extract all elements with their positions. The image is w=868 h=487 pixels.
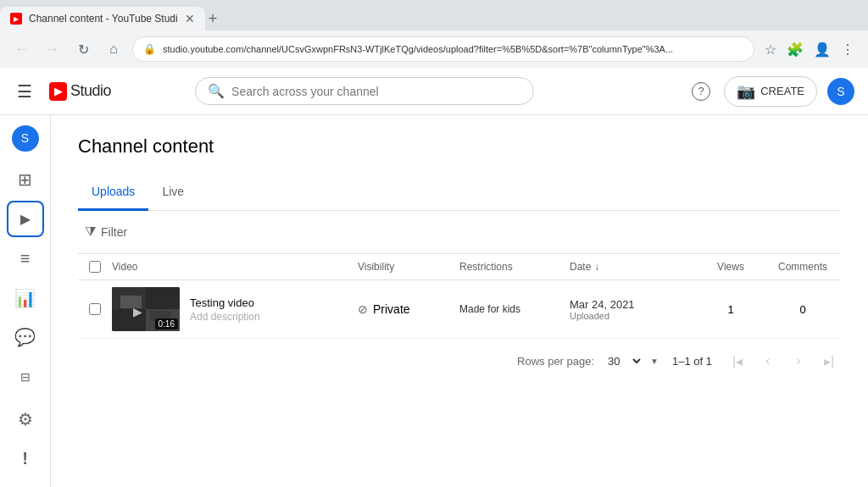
bookmark-button[interactable]: ☆	[761, 38, 780, 61]
more-menu-button[interactable]: ⋮	[837, 38, 858, 61]
rows-per-page-select[interactable]: 30 50 100	[601, 352, 643, 370]
content-area: Channel content Uploads Live ⧩ Filter	[51, 115, 868, 487]
browser-tab[interactable]: Channel content - YouTube Studi ✕	[0, 7, 205, 30]
comments-cell: 0	[765, 303, 841, 316]
restrictions-cell: Made for kids	[459, 303, 570, 315]
video-info: Testing video Add description	[190, 296, 260, 323]
dashboard-icon: ⊞	[18, 169, 32, 190]
first-page-button[interactable]: |◂	[726, 349, 749, 373]
sidebar-item-comments[interactable]: 💬	[7, 319, 44, 356]
reload-button[interactable]: ↻	[71, 37, 95, 61]
tabs: Uploads Live	[78, 174, 841, 211]
col-header-restrictions: Restrictions	[459, 261, 570, 273]
help-icon: ?	[692, 82, 710, 101]
next-page-icon: ›	[796, 353, 800, 368]
svg-text:▶: ▶	[133, 305, 142, 318]
col-header-video: Video	[112, 261, 358, 273]
sidebar-item-settings[interactable]: ⚙	[7, 401, 44, 438]
video-cell: ▶ 0:16 Testing video Add description	[112, 287, 358, 331]
extensions-button[interactable]: 🧩	[783, 38, 807, 61]
top-nav: ☰ ▶ Studio 🔍 ? 📷 CREATE S	[0, 68, 868, 115]
search-input[interactable]	[231, 85, 521, 98]
tab-close-button[interactable]: ✕	[185, 12, 195, 25]
rows-per-page-label: Rows per page:	[517, 355, 594, 368]
page-info: 1–1 of 1	[672, 355, 712, 368]
pagination: Rows per page: 30 50 100 ▼ 1–1 of 1 |◂ ‹	[78, 339, 841, 383]
table-row: ▶ 0:16 Testing video Add description ⊘ P…	[78, 280, 841, 339]
create-button[interactable]: 📷 CREATE	[724, 76, 817, 107]
tab-title: Channel content - YouTube Studi	[29, 13, 178, 25]
views-cell: 1	[697, 303, 765, 316]
filter-label: Filter	[101, 225, 127, 239]
filter-bar: ⧩ Filter	[78, 211, 841, 254]
filter-button[interactable]: ⧩ Filter	[78, 221, 134, 243]
subtitles-icon: ⊟	[20, 370, 31, 384]
video-camera-icon: 📷	[737, 82, 755, 101]
dropdown-arrow-icon: ▼	[650, 357, 659, 366]
sidebar-item-subtitles[interactable]: ⊟	[7, 359, 44, 396]
last-page-button[interactable]: ▸|	[817, 349, 841, 373]
next-page-button[interactable]: ›	[787, 349, 810, 373]
tab-favicon	[10, 13, 22, 25]
col-header-visibility: Visibility	[358, 261, 459, 273]
page-title: Channel content	[78, 136, 841, 158]
rows-per-page: Rows per page: 30 50 100 ▼	[517, 352, 659, 370]
visibility-cell: ⊘ Private	[358, 302, 459, 316]
video-title: Testing video	[190, 296, 260, 309]
row-checkbox[interactable]	[89, 303, 101, 315]
date-sub: Uploaded	[570, 311, 697, 321]
main-content: S ⊞ ▶ ≡ 📊 💬 ⊟ ⚙ !	[0, 115, 868, 487]
sidebar-item-content[interactable]: ▶	[7, 201, 44, 237]
settings-icon: ⚙	[18, 409, 33, 429]
forward-button[interactable]: →	[41, 37, 64, 61]
prev-page-button[interactable]: ‹	[756, 349, 780, 373]
content-icon: ▶	[20, 211, 31, 227]
profile-button[interactable]: 👤	[810, 38, 834, 61]
nav-right: ? 📷 CREATE S	[688, 76, 854, 107]
yt-logo-red: ▶	[49, 82, 67, 101]
help-button[interactable]: ?	[688, 79, 714, 104]
date-cell: Mar 24, 2021 Uploaded	[570, 298, 697, 321]
duration-badge: 0:16	[155, 318, 178, 329]
comments-icon: 💬	[14, 327, 36, 347]
table: Video Visibility Restrictions Date ↓ Vie…	[78, 254, 841, 339]
back-button[interactable]: ←	[10, 37, 34, 61]
sidebar-avatar[interactable]: S	[12, 125, 39, 152]
new-tab-button[interactable]: +	[209, 11, 218, 26]
sidebar-item-dashboard[interactable]: ⊞	[7, 162, 44, 198]
first-page-icon: |◂	[732, 353, 743, 369]
home-button[interactable]: ⌂	[102, 37, 125, 61]
sidebar-item-feedback[interactable]: !	[7, 441, 44, 478]
video-description: Add description	[190, 311, 260, 323]
create-label: CREATE	[760, 85, 804, 97]
logo: ▶ Studio	[49, 82, 111, 101]
tab-live[interactable]: Live	[148, 174, 198, 211]
col-header-date[interactable]: Date ↓	[570, 261, 697, 273]
youtube-icon: ▶	[49, 82, 67, 101]
date-value: Mar 24, 2021	[570, 298, 697, 311]
table-header: Video Visibility Restrictions Date ↓ Vie…	[78, 254, 841, 280]
select-all-checkbox[interactable]	[89, 261, 101, 273]
sidebar-item-playlists[interactable]: ≡	[7, 241, 44, 277]
user-avatar[interactable]: S	[827, 78, 854, 105]
video-thumbnail[interactable]: ▶ 0:16	[112, 287, 180, 331]
sort-arrow-icon: ↓	[594, 261, 599, 273]
analytics-icon: 📊	[14, 288, 36, 308]
url-bar[interactable]: 🔒 studio.youtube.com/channel/UCsvGxwpnFR…	[132, 36, 754, 62]
search-bar: 🔍	[195, 77, 534, 105]
feedback-icon: !	[22, 449, 28, 468]
hamburger-menu-button[interactable]: ☰	[14, 78, 36, 105]
search-icon: 🔍	[208, 83, 225, 99]
lock-icon: 🔒	[143, 43, 156, 55]
private-icon: ⊘	[358, 302, 368, 316]
col-header-comments: Comments	[765, 261, 841, 273]
prev-page-icon: ‹	[765, 353, 770, 368]
sidebar-item-analytics[interactable]: 📊	[7, 280, 44, 317]
col-header-views: Views	[697, 261, 765, 273]
filter-icon: ⧩	[85, 224, 96, 240]
sidebar: S ⊞ ▶ ≡ 📊 💬 ⊟ ⚙ !	[0, 115, 51, 487]
tab-uploads[interactable]: Uploads	[78, 174, 148, 211]
url-text: studio.youtube.com/channel/UCsvGxwpnFRsN…	[163, 44, 743, 54]
visibility-value: Private	[373, 302, 410, 316]
date-label: Date	[570, 261, 591, 273]
